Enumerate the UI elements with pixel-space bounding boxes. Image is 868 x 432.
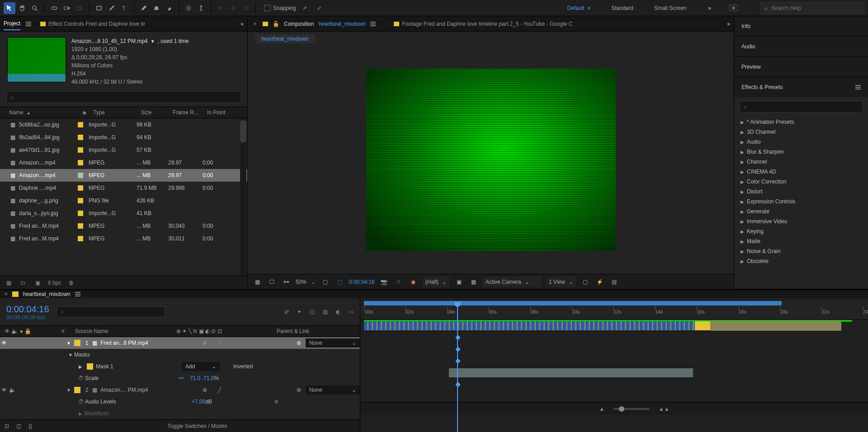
- project-scrollbar[interactable]: [240, 118, 246, 276]
- brush-tool[interactable]: [138, 2, 150, 14]
- track-row[interactable]: [360, 343, 868, 355]
- effect-category[interactable]: ▶Audio: [734, 137, 868, 147]
- effect-category[interactable]: ▶Obsolete: [734, 256, 868, 266]
- effect-category[interactable]: ▶Noise & Grain: [734, 246, 868, 256]
- effect-controls-tab[interactable]: Effect Controls Fred and Daphne love tir: [37, 21, 145, 27]
- visibility-icon[interactable]: 👁: [0, 387, 8, 393]
- effect-category[interactable]: ▶Generate: [734, 207, 868, 216]
- pixel-aspect-icon[interactable]: ▢: [580, 279, 590, 285]
- info-panel-header[interactable]: Info: [734, 16, 868, 36]
- col-framerate-header[interactable]: Frame R...: [173, 109, 207, 116]
- parent-dropdown[interactable]: None⌄: [306, 338, 360, 347]
- project-row[interactable]: ▦ Fred an...M.mp4 MPEG ... MB 30.011 0:0…: [0, 232, 247, 245]
- effect-category[interactable]: ▶* Animation Presets: [734, 117, 868, 127]
- resolution-dropdown[interactable]: (Half)⌄: [423, 277, 449, 287]
- waveform-row[interactable]: ▶ Waveform: [0, 408, 360, 419]
- clone-tool[interactable]: [151, 2, 162, 14]
- tag-swatch[interactable]: [78, 211, 83, 216]
- workspace-default[interactable]: Default ≡: [564, 3, 594, 13]
- col-size-header[interactable]: Size: [141, 109, 173, 116]
- track-row[interactable]: [360, 355, 868, 367]
- new-comp-icon[interactable]: ▣: [33, 280, 42, 286]
- pickwhip-icon[interactable]: ⊚: [297, 340, 301, 346]
- track-row[interactable]: [360, 390, 868, 402]
- link-icon[interactable]: ⚯: [179, 375, 184, 381]
- tag-swatch[interactable]: [78, 135, 83, 140]
- audio-levels-row[interactable]: ⏱ Audio Levels +7.00 dB ⊚: [0, 396, 360, 408]
- alpha-icon[interactable]: ▦: [252, 279, 262, 285]
- snapping-opt2-icon[interactable]: ⤢: [313, 2, 325, 14]
- panel-more-icon[interactable]: »: [241, 21, 244, 27]
- delete-icon[interactable]: 🗑: [67, 280, 75, 286]
- asset-thumbnail[interactable]: [7, 37, 66, 82]
- fast-preview-icon[interactable]: ⚡: [595, 279, 605, 285]
- camera-tool[interactable]: [61, 2, 73, 14]
- layer-tag-icon[interactable]: [74, 387, 80, 393]
- type-tool[interactable]: T: [118, 2, 130, 14]
- ruler-icon[interactable]: ▢: [320, 279, 330, 285]
- effects-panel-header[interactable]: Effects & Presets: [734, 77, 868, 97]
- snapping-opt1-icon[interactable]: ↗: [299, 2, 311, 14]
- timeline-icon[interactable]: ▤: [609, 279, 619, 285]
- timeline-timecode[interactable]: 0:00:04:16: [6, 304, 49, 315]
- track-row[interactable]: [360, 367, 868, 379]
- audio-icon[interactable]: 🔈: [8, 387, 16, 393]
- draft3d-icon[interactable]: ✦: [297, 309, 302, 315]
- mask-icon[interactable]: ⬚: [335, 279, 344, 285]
- effect-category[interactable]: ▶Color Correction: [734, 177, 868, 187]
- col-type-header[interactable]: Type: [93, 109, 141, 116]
- rectangle-tool[interactable]: [93, 2, 105, 14]
- puppet-tool[interactable]: [195, 2, 207, 14]
- search-help-box[interactable]: ⌕: [760, 2, 864, 14]
- camera-dropdown[interactable]: Active Camera⌄: [483, 277, 542, 287]
- playhead[interactable]: [457, 306, 458, 432]
- mask-mode-dropdown[interactable]: Add⌄: [182, 362, 220, 371]
- close-comp-icon[interactable]: ×: [251, 21, 258, 27]
- effect-category[interactable]: ▶CINEMA 4D: [734, 167, 868, 177]
- selection-tool[interactable]: [4, 2, 15, 14]
- mask1-row[interactable]: ▶ Mask 1 Add⌄ Inverted: [0, 361, 360, 372]
- lock-icon[interactable]: 🔓: [273, 21, 279, 27]
- axis2-tool[interactable]: [227, 2, 239, 14]
- project-row[interactable]: ▦ darla_s...jiyn.jpg Importe...G 41 KB: [0, 207, 247, 220]
- pen-tool[interactable]: [106, 2, 118, 14]
- timeline-tab-name[interactable]: heartbeat_mixdown: [23, 291, 71, 297]
- snapshot-icon[interactable]: 📷: [379, 279, 389, 285]
- project-row[interactable]: ▦ 5c68ba2...oo.jpg Importe...G 98 KB: [0, 118, 247, 131]
- view-dropdown[interactable]: 1 View⌄: [546, 277, 576, 287]
- effect-category[interactable]: ▶Channel: [734, 157, 868, 167]
- project-row[interactable]: ▦ Amazon....mp4 MPEG ... MB 29.97 0;00: [0, 156, 247, 169]
- frameblend-icon[interactable]: ▤: [323, 309, 328, 315]
- timeline-menu-icon[interactable]: [75, 292, 80, 296]
- toggle-switches-button[interactable]: Toggle Switches / Modes: [167, 423, 227, 429]
- project-row[interactable]: ▦ ae470d1...91.jpg Importe...G 57 KB: [0, 144, 247, 156]
- zoom-value[interactable]: 50%: [296, 279, 307, 285]
- pickwhip-icon[interactable]: ⊚: [297, 387, 301, 393]
- tag-swatch[interactable]: [78, 236, 83, 241]
- workspace-settings-icon[interactable]: ⚙: [729, 5, 738, 11]
- zoom-in-icon[interactable]: ▲▲: [659, 406, 670, 412]
- transparency-grid-icon[interactable]: ▦: [468, 279, 478, 285]
- audio-levels-value[interactable]: +7.00: [192, 399, 205, 405]
- workspace-standard[interactable]: Standard: [608, 3, 637, 13]
- effect-category[interactable]: ▶Keying: [734, 226, 868, 236]
- workspace-small[interactable]: Small Screen: [651, 3, 690, 13]
- orbit-tool[interactable]: [48, 2, 60, 14]
- track-row[interactable]: [360, 379, 868, 390]
- zoom-slider[interactable]: [613, 408, 650, 410]
- audio-panel-header[interactable]: Audio: [734, 37, 868, 56]
- layer-expand-icon[interactable]: ▼: [65, 341, 72, 346]
- effect-category[interactable]: ▶3D Channel: [734, 127, 868, 137]
- tag-swatch[interactable]: [78, 173, 83, 178]
- interpret-footage-icon[interactable]: ▦: [5, 280, 13, 286]
- track-row[interactable]: [360, 320, 868, 332]
- axis-tool[interactable]: [215, 2, 226, 14]
- time-ruler[interactable]: :00s02s04s06s08s10s12s14s16s18s20s22s24s: [360, 306, 868, 320]
- layer-expand-icon[interactable]: ▼: [65, 388, 72, 393]
- snapping-checkbox[interactable]: [264, 5, 270, 11]
- preview-panel-header[interactable]: Preview: [734, 57, 868, 77]
- tag-swatch[interactable]: [78, 185, 83, 191]
- track-row[interactable]: [360, 332, 868, 343]
- eraser-tool[interactable]: [163, 2, 175, 14]
- col-tag-header[interactable]: ◈: [82, 109, 93, 116]
